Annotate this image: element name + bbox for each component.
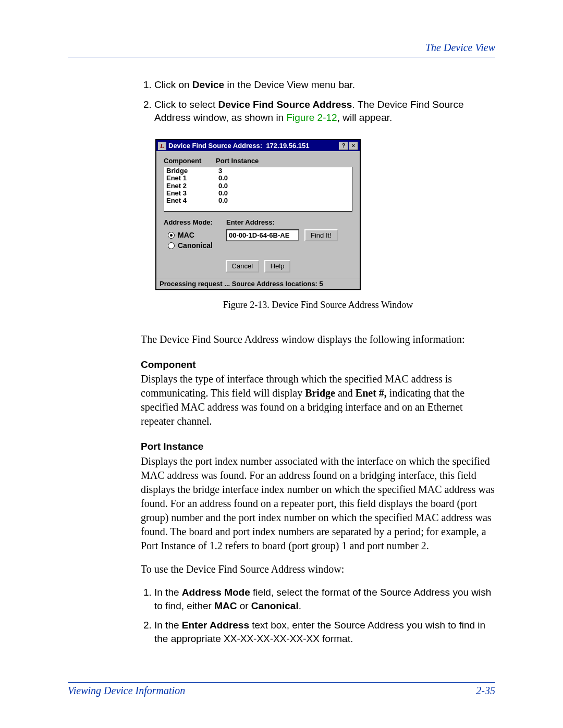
def-body-port-instance: Displays the port index number associate… <box>141 454 495 553</box>
page-footer: Viewing Device Information 2-35 <box>68 678 495 697</box>
radio-mac[interactable]: MAC <box>168 230 226 240</box>
instruction-list-a: Click on Device in the Device View menu … <box>141 78 495 125</box>
cell: 0.0 <box>218 182 228 190</box>
bold-text: Enter Address <box>182 620 249 631</box>
text: Click on <box>154 79 192 90</box>
help-icon[interactable]: ? <box>339 142 348 150</box>
bold-text: MAC <box>214 600 237 611</box>
step-b-2: In the Enter Address text box, enter the… <box>154 619 495 645</box>
step-a-2: Click to select Device Find Source Addre… <box>154 98 495 125</box>
col-header-component: Component <box>164 156 216 166</box>
figure-caption: Figure 2-13. Device Find Source Address … <box>141 299 495 311</box>
radio-label: MAC <box>178 230 194 240</box>
text: In the <box>154 587 182 598</box>
use-paragraph: To use the Device Find Source Address wi… <box>141 562 495 576</box>
cell: 0.0 <box>218 175 228 182</box>
title-ip: 172.19.56.151 <box>266 142 309 150</box>
cancel-button[interactable]: Cancel <box>226 260 259 273</box>
bold-text: Bridge <box>305 387 335 399</box>
status-bar: Processing request ... Source Address lo… <box>156 278 360 290</box>
list-row: Enet 40.0 <box>166 197 350 204</box>
help-button[interactable]: Help <box>264 260 291 273</box>
title-prefix: Device Find Source Address: <box>168 142 262 150</box>
radio-icon <box>168 242 175 249</box>
header-rule <box>68 57 495 57</box>
step-a-1: Click on Device in the Device View menu … <box>154 78 495 92</box>
list-row: Enet 20.0 <box>166 182 350 190</box>
text: , will appear. <box>337 112 393 123</box>
text: or <box>237 600 251 611</box>
app-icon: L <box>158 142 166 150</box>
text: and <box>335 387 356 399</box>
bold-text: Device <box>192 79 224 90</box>
radio-canonical[interactable]: Canonical <box>168 241 226 251</box>
cell: 0.0 <box>218 190 228 197</box>
cell: Enet 1 <box>166 175 218 182</box>
titlebar: L Device Find Source Address: 172.19.56.… <box>156 140 360 152</box>
close-icon[interactable]: × <box>349 142 358 150</box>
bold-text: Enet #, <box>356 387 387 399</box>
results-listbox[interactable]: Bridge3 Enet 10.0 Enet 20.0 Enet 30.0 En… <box>164 167 352 212</box>
intro-paragraph: The Device Find Source Address window di… <box>141 332 495 347</box>
cell: 0.0 <box>218 197 228 204</box>
address-input[interactable]: 00-00-1D-64-6B-AE <box>226 229 299 242</box>
radio-icon <box>168 232 175 239</box>
list-row: Bridge3 <box>166 167 350 175</box>
list-row: Enet 10.0 <box>166 175 350 182</box>
text: . <box>299 600 301 611</box>
def-title-port-instance: Port Instance <box>141 440 495 453</box>
footer-rule <box>68 682 495 683</box>
text: in the Device View menu bar. <box>224 79 355 90</box>
window-title: Device Find Source Address: 172.19.56.15… <box>168 141 310 151</box>
text: Click to select <box>154 99 218 110</box>
list-row: Enet 30.0 <box>166 190 350 197</box>
cell: Enet 4 <box>166 197 218 204</box>
def-title-component: Component <box>141 358 495 372</box>
figure-link[interactable]: Figure 2-12 <box>286 112 337 123</box>
def-body-component: Displays the type of interface through w… <box>141 372 495 428</box>
col-header-port-instance: Port Instance <box>216 156 352 166</box>
cell: Bridge <box>166 167 218 175</box>
radio-label: Canonical <box>178 241 213 251</box>
address-mode-label: Address Mode: <box>164 218 226 227</box>
instruction-list-b: In the Address Mode field, select the fo… <box>141 586 495 646</box>
bold-text: Address Mode <box>182 587 250 598</box>
dialog-window: L Device Find Source Address: 172.19.56.… <box>155 139 361 291</box>
cell: 3 <box>218 167 222 175</box>
find-it-button[interactable]: Find It! <box>304 229 338 242</box>
footer-left: Viewing Device Information <box>68 685 185 697</box>
bold-text: Canonical <box>251 600 299 611</box>
cell: Enet 3 <box>166 190 218 197</box>
page-number: 2-35 <box>476 685 495 697</box>
cell: Enet 2 <box>166 182 218 190</box>
bold-text: Device Find Source Address <box>218 99 352 110</box>
step-b-1: In the Address Mode field, select the fo… <box>154 586 495 612</box>
text: In the <box>154 620 182 631</box>
enter-address-label: Enter Address: <box>226 218 275 227</box>
header-section-title: The Device View <box>68 42 495 54</box>
